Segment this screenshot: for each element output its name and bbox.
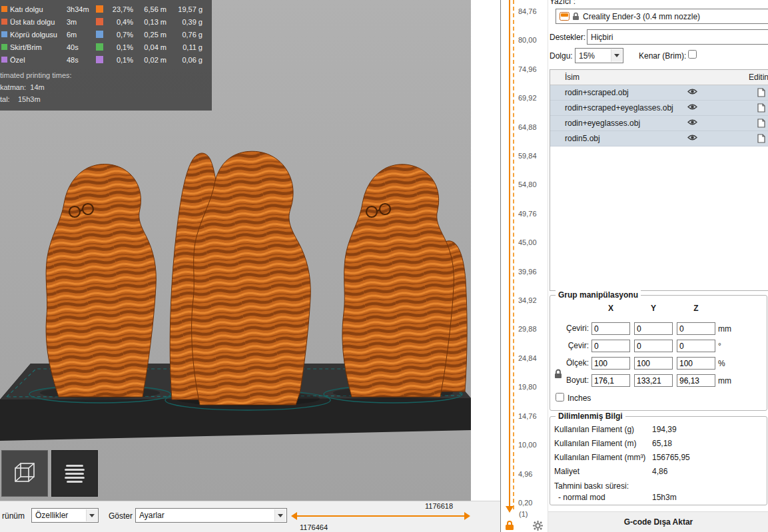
edit-object-icon[interactable] xyxy=(757,119,765,130)
group-manipulation-title: Grup manipülasyonu xyxy=(556,290,641,300)
layer-view-button[interactable] xyxy=(51,450,98,497)
bottom-toolbar: rünüm Özellikler Göster Ayarlar 1176618 … xyxy=(0,501,500,532)
tick-label: 14,76 xyxy=(518,412,537,420)
supports-label: Destekler: xyxy=(550,33,585,42)
slider-left-arrow-icon[interactable] xyxy=(291,512,297,520)
scale-z-input[interactable] xyxy=(677,357,715,370)
print-stats-overlay: Katı dolgu 3h34m 23,7% 6,56 m 19,57 g Üs… xyxy=(0,0,212,111)
feature-weight: 0,39 g xyxy=(171,18,206,26)
eye-icon[interactable] xyxy=(687,88,697,97)
chevron-down-icon xyxy=(274,509,286,521)
rotate-x-input[interactable] xyxy=(591,340,630,352)
axis-z-header: Z xyxy=(677,304,715,313)
eye-icon[interactable] xyxy=(687,134,697,143)
edit-column-header: Editin xyxy=(749,73,768,82)
translate-z-input[interactable] xyxy=(677,322,715,335)
feature-time: 48s xyxy=(67,56,96,64)
feature-color-chip xyxy=(96,43,103,51)
filament-g-label: Kullanılan Filament (g) xyxy=(554,425,634,434)
export-gcode-label: G-code Dışa Aktar xyxy=(624,517,693,527)
scale-y-input[interactable] xyxy=(634,357,673,370)
object-filename: rodin+scraped+eyeglasses.obj xyxy=(565,103,673,113)
eye-icon[interactable] xyxy=(687,103,697,113)
eye-icon[interactable] xyxy=(687,119,697,128)
gear-icon[interactable] xyxy=(533,521,543,531)
feature-weight: 0,11 g xyxy=(171,43,206,51)
layers-icon xyxy=(61,459,88,488)
3d-viewport[interactable]: Katı dolgu 3h34m 23,7% 6,56 m 19,57 g Üs… xyxy=(0,0,471,501)
supports-select[interactable]: Hiçbiri xyxy=(587,29,768,45)
feature-weight: 0,76 g xyxy=(171,31,206,39)
lock-icon[interactable] xyxy=(505,520,514,531)
view-mode-select[interactable]: Özellikler xyxy=(31,508,99,523)
scale-x-input[interactable] xyxy=(591,357,630,370)
translate-unit: mm xyxy=(718,324,731,334)
tick-label: 69,92 xyxy=(518,94,537,102)
scale-unit: % xyxy=(718,359,725,368)
show-select[interactable]: Ayarlar xyxy=(135,508,287,523)
total-time: tal: 15h3m xyxy=(0,93,212,105)
size-z-input[interactable] xyxy=(677,374,715,387)
object-row[interactable]: rodin+scraped.obj xyxy=(550,85,768,101)
feature-length: 0,25 m xyxy=(137,31,171,39)
rotate-unit: ° xyxy=(718,342,721,351)
infill-select[interactable]: 15% xyxy=(575,48,623,63)
supports-value: Hiçbiri xyxy=(591,33,613,42)
object-row[interactable]: rodin5.obj xyxy=(550,131,768,146)
feature-color-chip xyxy=(1,44,7,50)
printer-select[interactable]: Creality Ender-3 (0.4 mm nozzle) xyxy=(556,9,768,24)
object-row[interactable]: rodin+eyeglasses.obj xyxy=(550,116,768,131)
size-y-input[interactable] xyxy=(634,374,673,387)
scale-label: Ölçek: xyxy=(552,358,589,368)
cost-value: 4,86 xyxy=(652,467,667,476)
tick-label: 39,96 xyxy=(518,268,537,276)
filament-mm3-value: 156765,95 xyxy=(652,453,690,462)
feature-color-chip xyxy=(96,18,103,25)
feature-name: Skirt/Brim xyxy=(8,43,67,51)
feature-weight: 0,06 g xyxy=(171,56,206,64)
tick-label: 24,84 xyxy=(518,354,537,362)
sliced-info-box: Dilimlenmiş Bilgi Kullanılan Filament (g… xyxy=(550,416,767,505)
translate-y-input[interactable] xyxy=(634,322,673,335)
layer-slider-track[interactable] xyxy=(513,0,514,509)
tick-label: 34,92 xyxy=(518,296,537,304)
translate-x-input[interactable] xyxy=(591,322,630,335)
tick-label: 19,80 xyxy=(518,383,537,391)
object-list-header: İsim Editin xyxy=(550,70,768,85)
printer-profile-icon xyxy=(560,12,570,21)
layer-range-slider[interactable] xyxy=(296,515,465,517)
size-x-input[interactable] xyxy=(591,374,630,387)
printer-label: Yazıcı : xyxy=(550,0,576,6)
group-manipulation-box: Grup manipülasyonu X Y Z Çeviri: mm Çevi… xyxy=(550,295,767,411)
feature-length: 0,02 m xyxy=(137,56,171,64)
tick-label: 54,80 xyxy=(518,180,537,188)
edit-object-icon[interactable] xyxy=(757,103,765,115)
object-filename: rodin+scraped.obj xyxy=(565,88,629,97)
tick-label: 4,96 xyxy=(518,470,537,478)
slider-right-arrow-icon[interactable] xyxy=(464,512,470,520)
feature-weight: 19,57 g xyxy=(171,5,206,13)
tick-label: 0,20 xyxy=(518,499,537,507)
slider-bottom-arrow-icon[interactable] xyxy=(506,506,514,513)
feature-color-chip xyxy=(96,56,103,63)
inches-label: Inches xyxy=(568,394,591,403)
inches-checkbox[interactable] xyxy=(556,393,564,401)
normal-mode-value: 15h3m xyxy=(652,493,677,502)
rotate-y-input[interactable] xyxy=(634,340,673,352)
brim-label: Kenar (Brim): xyxy=(639,51,686,61)
object-row[interactable]: rodin+scraped+eyeglasses.obj xyxy=(550,101,768,116)
filament-g-value: 194,39 xyxy=(652,425,677,434)
rotate-z-input[interactable] xyxy=(677,340,715,352)
feature-pct: 0,1% xyxy=(109,43,137,51)
layer-slider-bar[interactable] xyxy=(509,0,510,507)
estimated-time-label: Tahmini baskı süresi: xyxy=(554,481,629,491)
lock-icon xyxy=(572,12,579,21)
brim-checkbox[interactable] xyxy=(688,50,697,59)
export-gcode-button[interactable]: G-code Dışa Aktar xyxy=(548,511,768,532)
edit-object-icon[interactable] xyxy=(757,134,765,145)
size-unit: mm xyxy=(718,376,731,386)
feature-color-chip xyxy=(96,31,103,38)
layer-index-label: (1) xyxy=(519,510,528,518)
solid-view-button[interactable] xyxy=(1,450,48,497)
edit-object-icon[interactable] xyxy=(757,88,765,99)
